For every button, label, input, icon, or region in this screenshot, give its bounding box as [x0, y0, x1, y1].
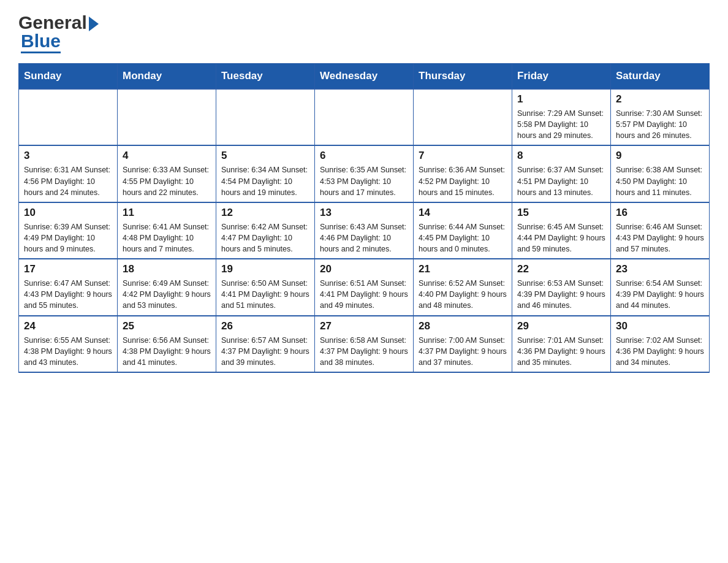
calendar-cell: 28Sunrise: 7:00 AM Sunset: 4:37 PM Dayli… [414, 316, 512, 372]
day-info: Sunrise: 6:39 AM Sunset: 4:49 PM Dayligh… [24, 221, 112, 255]
calendar-cell: 21Sunrise: 6:52 AM Sunset: 4:40 PM Dayli… [414, 259, 512, 315]
day-info: Sunrise: 7:30 AM Sunset: 5:57 PM Dayligh… [616, 108, 704, 141]
day-info: Sunrise: 6:43 AM Sunset: 4:46 PM Dayligh… [320, 221, 408, 255]
calendar-cell: 25Sunrise: 6:56 AM Sunset: 4:38 PM Dayli… [118, 316, 216, 372]
week-row-1: 1Sunrise: 7:29 AM Sunset: 5:58 PM Daylig… [19, 89, 710, 145]
day-number: 5 [221, 150, 309, 162]
calendar-cell: 19Sunrise: 6:50 AM Sunset: 4:41 PM Dayli… [216, 259, 315, 315]
day-number: 1 [517, 93, 605, 105]
day-number: 6 [320, 150, 408, 162]
calendar-cell: 16Sunrise: 6:46 AM Sunset: 4:43 PM Dayli… [611, 202, 710, 259]
calendar-cell: 3Sunrise: 6:31 AM Sunset: 4:56 PM Daylig… [19, 145, 118, 202]
calendar-cell: 5Sunrise: 6:34 AM Sunset: 4:54 PM Daylig… [216, 145, 315, 202]
calendar-cell: 15Sunrise: 6:45 AM Sunset: 4:44 PM Dayli… [512, 202, 611, 259]
day-number: 10 [24, 207, 112, 219]
day-number: 13 [320, 207, 408, 219]
day-number: 8 [517, 150, 605, 162]
day-info: Sunrise: 6:49 AM Sunset: 4:42 PM Dayligh… [123, 278, 211, 311]
day-number: 7 [419, 150, 507, 162]
day-number: 27 [320, 320, 408, 332]
day-number: 18 [123, 263, 211, 275]
day-info: Sunrise: 6:37 AM Sunset: 4:51 PM Dayligh… [517, 164, 605, 197]
day-info: Sunrise: 6:56 AM Sunset: 4:38 PM Dayligh… [123, 335, 211, 368]
week-row-4: 17Sunrise: 6:47 AM Sunset: 4:43 PM Dayli… [19, 259, 710, 315]
day-number: 11 [123, 207, 211, 219]
logo-general-text: General [18, 12, 87, 33]
day-info: Sunrise: 6:36 AM Sunset: 4:52 PM Dayligh… [419, 164, 507, 197]
calendar-cell: 2Sunrise: 7:30 AM Sunset: 5:57 PM Daylig… [611, 89, 710, 145]
day-info: Sunrise: 6:52 AM Sunset: 4:40 PM Dayligh… [419, 278, 507, 311]
day-info: Sunrise: 6:51 AM Sunset: 4:41 PM Dayligh… [320, 278, 408, 311]
day-info: Sunrise: 6:50 AM Sunset: 4:41 PM Dayligh… [221, 278, 309, 311]
day-info: Sunrise: 6:35 AM Sunset: 4:53 PM Dayligh… [320, 164, 408, 197]
calendar-cell [19, 89, 118, 145]
weekday-header-row: SundayMondayTuesdayWednesdayThursdayFrid… [19, 64, 710, 90]
calendar-cell [315, 89, 414, 145]
day-number: 28 [419, 320, 507, 332]
day-info: Sunrise: 6:34 AM Sunset: 4:54 PM Dayligh… [221, 164, 309, 197]
day-info: Sunrise: 6:57 AM Sunset: 4:37 PM Dayligh… [221, 335, 309, 368]
day-number: 14 [419, 207, 507, 219]
calendar-cell: 13Sunrise: 6:43 AM Sunset: 4:46 PM Dayli… [315, 202, 414, 259]
weekday-header-sunday: Sunday [19, 64, 118, 90]
day-number: 19 [221, 263, 309, 275]
day-number: 12 [221, 207, 309, 219]
calendar-cell: 14Sunrise: 6:44 AM Sunset: 4:45 PM Dayli… [414, 202, 512, 259]
weekday-header-wednesday: Wednesday [315, 64, 414, 90]
weekday-header-saturday: Saturday [611, 64, 710, 90]
calendar-cell: 12Sunrise: 6:42 AM Sunset: 4:47 PM Dayli… [216, 202, 315, 259]
calendar-cell: 23Sunrise: 6:54 AM Sunset: 4:39 PM Dayli… [611, 259, 710, 315]
weekday-header-friday: Friday [512, 64, 611, 90]
day-info: Sunrise: 7:02 AM Sunset: 4:36 PM Dayligh… [616, 335, 704, 368]
header: General Blue [18, 12, 710, 53]
day-number: 30 [616, 320, 704, 332]
day-info: Sunrise: 6:47 AM Sunset: 4:43 PM Dayligh… [24, 278, 112, 311]
calendar-cell: 17Sunrise: 6:47 AM Sunset: 4:43 PM Dayli… [19, 259, 118, 315]
day-number: 2 [616, 93, 704, 105]
day-number: 17 [24, 263, 112, 275]
calendar-cell: 29Sunrise: 7:01 AM Sunset: 4:36 PM Dayli… [512, 316, 611, 372]
day-info: Sunrise: 7:00 AM Sunset: 4:37 PM Dayligh… [419, 335, 507, 368]
day-info: Sunrise: 6:42 AM Sunset: 4:47 PM Dayligh… [221, 221, 309, 255]
day-number: 3 [24, 150, 112, 162]
day-number: 24 [24, 320, 112, 332]
calendar-cell: 24Sunrise: 6:55 AM Sunset: 4:38 PM Dayli… [19, 316, 118, 372]
day-info: Sunrise: 6:55 AM Sunset: 4:38 PM Dayligh… [24, 335, 112, 368]
day-info: Sunrise: 7:01 AM Sunset: 4:36 PM Dayligh… [517, 335, 605, 368]
calendar-cell: 4Sunrise: 6:33 AM Sunset: 4:55 PM Daylig… [118, 145, 216, 202]
logo-blue-underline: Blue [21, 31, 61, 53]
calendar-cell [118, 89, 216, 145]
calendar-table: SundayMondayTuesdayWednesdayThursdayFrid… [18, 63, 710, 373]
day-info: Sunrise: 6:31 AM Sunset: 4:56 PM Dayligh… [24, 164, 112, 197]
calendar-cell: 10Sunrise: 6:39 AM Sunset: 4:49 PM Dayli… [19, 202, 118, 259]
day-info: Sunrise: 6:58 AM Sunset: 4:37 PM Dayligh… [320, 335, 408, 368]
day-number: 9 [616, 150, 704, 162]
day-info: Sunrise: 6:38 AM Sunset: 4:50 PM Dayligh… [616, 164, 704, 197]
logo-triangle-icon [89, 17, 99, 31]
week-row-2: 3Sunrise: 6:31 AM Sunset: 4:56 PM Daylig… [19, 145, 710, 202]
calendar-cell: 18Sunrise: 6:49 AM Sunset: 4:42 PM Dayli… [118, 259, 216, 315]
calendar-cell: 26Sunrise: 6:57 AM Sunset: 4:37 PM Dayli… [216, 316, 315, 372]
day-info: Sunrise: 6:53 AM Sunset: 4:39 PM Dayligh… [517, 278, 605, 311]
day-info: Sunrise: 6:41 AM Sunset: 4:48 PM Dayligh… [123, 221, 211, 255]
weekday-header-tuesday: Tuesday [216, 64, 315, 90]
day-number: 20 [320, 263, 408, 275]
calendar-cell [216, 89, 315, 145]
day-info: Sunrise: 6:44 AM Sunset: 4:45 PM Dayligh… [419, 221, 507, 255]
calendar-cell: 30Sunrise: 7:02 AM Sunset: 4:36 PM Dayli… [611, 316, 710, 372]
logo: General Blue [18, 12, 99, 53]
day-info: Sunrise: 6:54 AM Sunset: 4:39 PM Dayligh… [616, 278, 704, 311]
calendar-cell: 20Sunrise: 6:51 AM Sunset: 4:41 PM Dayli… [315, 259, 414, 315]
day-info: Sunrise: 6:45 AM Sunset: 4:44 PM Dayligh… [517, 221, 605, 255]
day-number: 23 [616, 263, 704, 275]
calendar-cell: 8Sunrise: 6:37 AM Sunset: 4:51 PM Daylig… [512, 145, 611, 202]
day-number: 15 [517, 207, 605, 219]
day-number: 26 [221, 320, 309, 332]
day-number: 25 [123, 320, 211, 332]
week-row-3: 10Sunrise: 6:39 AM Sunset: 4:49 PM Dayli… [19, 202, 710, 259]
day-number: 4 [123, 150, 211, 162]
calendar-cell: 22Sunrise: 6:53 AM Sunset: 4:39 PM Dayli… [512, 259, 611, 315]
day-info: Sunrise: 6:46 AM Sunset: 4:43 PM Dayligh… [616, 221, 704, 255]
day-number: 21 [419, 263, 507, 275]
weekday-header-thursday: Thursday [414, 64, 512, 90]
